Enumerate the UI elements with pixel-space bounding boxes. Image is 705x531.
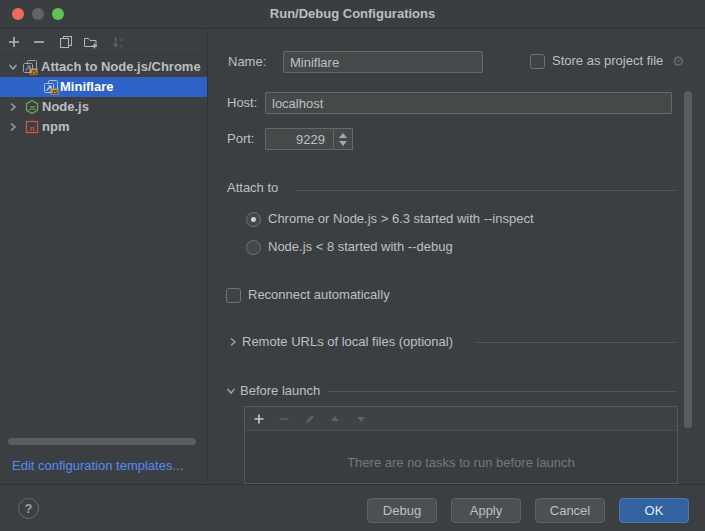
add-configuration-icon[interactable] <box>6 34 22 50</box>
svg-text:JS: JS <box>51 89 58 95</box>
task-toolbar <box>245 407 677 431</box>
attach-to-section-label: Attach to <box>227 180 278 196</box>
attach-config-icon: JS <box>43 79 59 95</box>
attach-debug-label: Node.js < 8 started with --debug <box>268 239 453 255</box>
attach-config-icon: JS <box>22 59 38 75</box>
attach-inspect-label: Chrome or Node.js > 6.3 started with --i… <box>268 211 534 227</box>
ok-button[interactable]: OK <box>619 498 689 523</box>
chevron-right-icon[interactable] <box>6 120 20 134</box>
tree-item-nodejs[interactable]: JS Node.js <box>0 97 207 117</box>
help-button[interactable]: ? <box>18 498 39 519</box>
tree-item-miniflare[interactable]: JS Miniflare <box>0 77 207 97</box>
stepper-up-icon[interactable] <box>339 133 347 138</box>
copy-configuration-icon[interactable] <box>58 34 74 50</box>
new-folder-icon[interactable] <box>82 34 98 50</box>
configurations-sidebar: az JS Attach to Node.js/Chrome JS Minifl… <box>0 29 208 483</box>
port-input[interactable] <box>265 128 334 150</box>
port-label: Port: <box>227 128 254 150</box>
section-divider <box>476 342 676 343</box>
port-stepper[interactable] <box>334 128 353 150</box>
debug-button[interactable]: Debug <box>367 498 437 523</box>
remote-urls-section-header[interactable]: Remote URLs of local files (optional) <box>242 334 453 350</box>
move-up-icon[interactable] <box>327 411 342 426</box>
move-down-icon[interactable] <box>353 411 368 426</box>
attach-inspect-radio[interactable] <box>246 212 261 227</box>
tree-item-label: Node.js <box>42 97 207 117</box>
sort-alphabetically-icon[interactable]: az <box>110 34 126 50</box>
apply-button[interactable]: Apply <box>451 498 521 523</box>
before-launch-task-panel: There are no tasks to run before launch <box>244 406 678 484</box>
remove-task-icon[interactable] <box>276 411 291 426</box>
store-as-project-file-checkbox[interactable] <box>530 54 545 69</box>
stepper-down-icon[interactable] <box>339 141 347 146</box>
name-label: Name: <box>228 51 266 73</box>
run-debug-configurations-dialog: Run/Debug Configurations az <box>0 0 705 531</box>
npm-icon: n <box>24 119 40 135</box>
no-tasks-message: There are no tasks to run before launch <box>245 455 677 470</box>
svg-text:a: a <box>120 36 124 42</box>
store-as-project-file-label: Store as project file <box>552 53 663 69</box>
section-divider <box>295 190 676 191</box>
tree-item-npm[interactable]: n npm <box>0 117 207 137</box>
sidebar-toolbar: az <box>0 29 207 56</box>
cancel-button[interactable]: Cancel <box>535 498 605 523</box>
svg-text:JS: JS <box>30 69 37 75</box>
chevron-down-icon[interactable] <box>224 384 238 398</box>
host-label: Host: <box>227 92 257 114</box>
reconnect-automatically-label: Reconnect automatically <box>248 287 390 303</box>
titlebar: Run/Debug Configurations <box>0 0 705 29</box>
attach-debug-radio[interactable] <box>246 240 261 255</box>
chevron-down-icon[interactable] <box>6 60 20 74</box>
svg-text:JS: JS <box>29 105 36 111</box>
tree-item-label: Miniflare <box>60 77 207 97</box>
before-launch-section-header[interactable]: Before launch <box>240 383 320 399</box>
remove-configuration-icon[interactable] <box>31 34 47 50</box>
dialog-title: Run/Debug Configurations <box>0 0 705 28</box>
gear-icon[interactable]: ⚙ <box>672 54 685 68</box>
edit-task-icon[interactable] <box>302 411 317 426</box>
host-input[interactable] <box>265 92 672 114</box>
reconnect-automatically-checkbox[interactable] <box>226 288 241 303</box>
chevron-right-icon[interactable] <box>6 100 20 114</box>
add-task-icon[interactable] <box>251 411 266 426</box>
sidebar-horizontal-scrollbar[interactable] <box>8 438 196 445</box>
tree-item-attach-node[interactable]: JS Attach to Node.js/Chrome <box>0 57 207 77</box>
dialog-footer: ? Debug Apply Cancel OK <box>0 484 705 531</box>
svg-text:n: n <box>30 124 35 133</box>
chevron-right-icon[interactable] <box>226 335 240 349</box>
svg-text:z: z <box>120 43 123 49</box>
tree-item-label: npm <box>42 117 207 137</box>
edit-configuration-templates-link[interactable]: Edit configuration templates... <box>12 458 183 473</box>
section-divider <box>328 391 676 392</box>
nodejs-icon: JS <box>24 99 40 115</box>
configuration-form: Name: Store as project file ⚙ Host: Port… <box>208 29 705 483</box>
name-input[interactable] <box>283 51 483 73</box>
form-vertical-scrollbar[interactable] <box>684 91 692 428</box>
tree-item-label: Attach to Node.js/Chrome <box>41 57 207 77</box>
